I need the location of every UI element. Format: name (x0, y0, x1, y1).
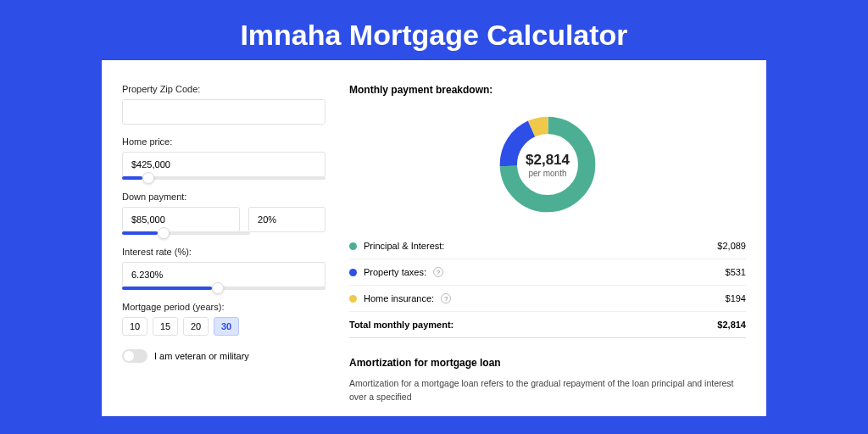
form-panel: Property Zip Code: Home price: Down paym… (122, 84, 326, 404)
calculator-card: Property Zip Code: Home price: Down paym… (102, 60, 766, 416)
period-option-10[interactable]: 10 (122, 317, 147, 336)
legend-dot-icon (349, 295, 357, 303)
down-payment-pct-input[interactable] (248, 207, 326, 232)
home-price-slider[interactable] (122, 176, 326, 180)
breakdown-row-insurance: Home insurance: ? $194 (349, 286, 746, 312)
breakdown-donut-chart: $2,814 per month (496, 113, 599, 216)
breakdown-label: Principal & Interest: (364, 241, 444, 251)
breakdown-value: $531 (726, 267, 746, 277)
period-option-30[interactable]: 30 (214, 317, 239, 336)
down-payment-slider[interactable] (122, 231, 250, 235)
interest-input[interactable] (122, 262, 326, 287)
help-icon[interactable]: ? (441, 293, 451, 303)
period-option-15[interactable]: 15 (153, 317, 178, 336)
breakdown-heading: Monthly payment breakdown: (349, 84, 746, 96)
amortization-heading: Amortization for mortgage loan (349, 357, 746, 369)
legend-dot-icon (349, 242, 357, 250)
help-icon[interactable]: ? (433, 267, 443, 277)
breakdown-panel: Monthly payment breakdown: $2,814 per mo… (349, 84, 746, 404)
zip-label: Property Zip Code: (122, 84, 326, 94)
period-segments: 10 15 20 30 (122, 317, 326, 336)
breakdown-label: Home insurance: (364, 293, 434, 303)
amortization-text: Amortization for a mortgage loan refers … (349, 377, 746, 404)
down-payment-label: Down payment: (122, 192, 326, 202)
breakdown-total-label: Total monthly payment: (349, 320, 453, 330)
page-title: Imnaha Mortgage Calculator (0, 0, 868, 60)
donut-center-sub: per month (528, 169, 566, 178)
breakdown-row-taxes: Property taxes: ? $531 (349, 259, 746, 286)
donut-center-amount: $2,814 (526, 152, 570, 169)
veteran-label: I am veteran or military (154, 351, 249, 361)
home-price-label: Home price: (122, 136, 326, 147)
period-label: Mortgage period (years): (122, 302, 326, 312)
interest-slider[interactable] (122, 287, 326, 290)
breakdown-row-total: Total monthly payment: $2,814 (349, 312, 746, 338)
breakdown-label: Property taxes: (364, 267, 426, 277)
legend-dot-icon (349, 269, 357, 276)
breakdown-total-value: $2,814 (717, 320, 746, 330)
zip-input[interactable] (122, 99, 326, 125)
breakdown-value: $194 (726, 293, 746, 303)
down-payment-input[interactable] (122, 207, 240, 232)
breakdown-value: $2,089 (717, 241, 746, 251)
period-option-20[interactable]: 20 (183, 317, 209, 336)
interest-label: Interest rate (%): (122, 247, 326, 257)
veteran-toggle[interactable] (122, 349, 147, 363)
breakdown-row-principal: Principal & Interest: $2,089 (349, 233, 746, 259)
